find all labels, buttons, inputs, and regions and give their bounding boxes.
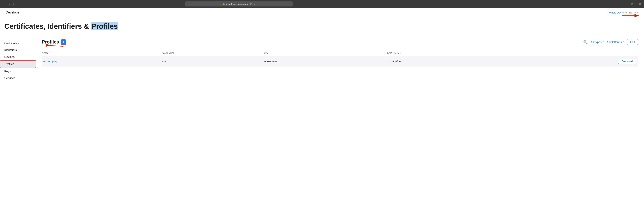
profiles-section-title: Profiles [42, 39, 59, 45]
back-button[interactable]: ‹ [8, 2, 11, 7]
reader-icon: ⊞ [250, 3, 252, 6]
remote-dev-chevron: ∨ [622, 11, 624, 14]
sidebar-item-devices[interactable]: Devices [0, 54, 36, 60]
top-navigation: Developer Remote Dev ∨ hongquan.n... [0, 8, 644, 17]
reload-icon[interactable]: ↻ [253, 2, 256, 6]
svg-line-3 [50, 46, 64, 46]
page-title: Certificates, Identifiers & Profiles [4, 22, 640, 30]
browser-action-group: ⎙ + ⧉ [631, 2, 641, 6]
top-nav-right-group: Remote Dev ∨ hongquan.n... [608, 11, 640, 14]
browser-chrome: ⊟ ‹ › 🔒 developer.apple.com ⊞ ↻ ⎙ + ⧉ [0, 0, 644, 8]
col-expiration-header: EXPIRATION [387, 50, 499, 56]
remote-dev-link[interactable]: Remote Dev ∨ [608, 11, 624, 14]
all-platforms-label: All Platforms [606, 40, 622, 44]
table-row: dev_io...play iOS Development 2025/06/06… [42, 56, 638, 67]
col-name-header: NAME ∨ [42, 50, 162, 56]
sidebar-item-keys[interactable]: Keys [0, 68, 36, 75]
cell-name: dev_io...play [42, 56, 162, 67]
main-layout: Certificates Identifiers Devices Profile… [0, 34, 644, 209]
user-info-text: hongquan.n... [625, 11, 640, 14]
table-header-row: NAME ∨ PLATFORM TYPE EXPIRATION [42, 50, 638, 56]
col-action-header [499, 50, 638, 56]
share-icon[interactable]: ⎙ [631, 2, 633, 6]
cell-expiration: 2025/06/06 [387, 56, 499, 67]
all-platforms-chevron-icon: ∨ [622, 41, 624, 43]
col-platform-header: PLATFORM [162, 50, 262, 56]
profiles-header-row: Profiles + 🔍 All Types [42, 39, 638, 45]
profiles-table: NAME ∨ PLATFORM TYPE EXPIRATION [42, 50, 638, 66]
sidebar-toggle-button[interactable]: ⊟ [3, 1, 7, 7]
cell-type: Development [262, 56, 387, 67]
content-area: Profiles + 🔍 All Types [36, 34, 644, 209]
cell-platform: iOS [162, 56, 262, 67]
table-header: NAME ∨ PLATFORM TYPE EXPIRATION [42, 50, 638, 56]
sidebar: Certificates Identifiers Devices Profile… [0, 34, 36, 209]
forward-button[interactable]: › [12, 2, 15, 7]
sidebar-item-services[interactable]: Services [0, 75, 36, 82]
edit-button[interactable]: Edit [627, 39, 638, 45]
address-bar[interactable]: 🔒 developer.apple.com ⊞ ↻ [185, 2, 293, 6]
browser-nav-group: ⊟ ‹ › [3, 1, 15, 7]
tab-overview-icon[interactable]: ⧉ [639, 2, 641, 6]
all-types-label: All Types [590, 40, 602, 44]
add-profile-button[interactable]: + [61, 40, 66, 45]
sidebar-item-identifiers[interactable]: Identifiers [0, 47, 36, 54]
page-title-highlight: Profiles [91, 22, 118, 30]
url-text: developer.apple.com [226, 3, 248, 6]
profiles-controls: 🔍 All Types ∨ All Platforms ∨ Edit [583, 39, 638, 45]
all-platforms-dropdown[interactable]: All Platforms ∨ [606, 40, 624, 44]
page-footer: ©2025 Apple Inc. [0, 209, 644, 210]
new-tab-icon[interactable]: + [635, 2, 637, 6]
table-body: dev_io...play iOS Development 2025/06/06… [42, 56, 638, 67]
download-button[interactable]: Download [618, 58, 636, 64]
col-type-header: TYPE [262, 50, 387, 56]
sidebar-item-profiles[interactable]: Profiles [0, 60, 36, 68]
profile-name-link[interactable]: dev_io...play [42, 60, 57, 63]
lock-icon: 🔒 [222, 3, 225, 5]
profiles-title-group: Profiles + [42, 39, 66, 45]
cell-action: Download [499, 56, 638, 67]
developer-brand-label: Developer [6, 10, 20, 14]
search-button[interactable]: 🔍 [583, 40, 588, 44]
remote-dev-label: Remote Dev [608, 11, 622, 14]
all-types-dropdown[interactable]: All Types ∨ [590, 40, 604, 44]
page-header: Certificates, Identifiers & Profiles [0, 17, 644, 34]
all-types-chevron-icon: ∨ [602, 41, 604, 43]
page-title-plain: Certificates, Identifiers & [4, 22, 91, 30]
sidebar-item-certificates[interactable]: Certificates [0, 40, 36, 47]
name-sort-icon[interactable]: ∨ [49, 52, 51, 54]
